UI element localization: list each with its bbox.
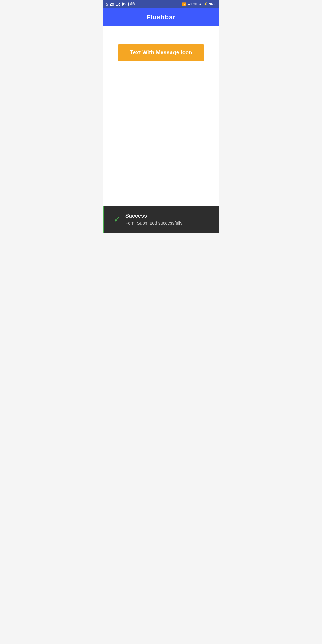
usb-icon: ⎇ <box>116 2 120 7</box>
signal-icon: ▲ <box>199 2 202 6</box>
status-time: 5:29 <box>106 2 114 7</box>
battery-percent: 96% <box>209 2 216 6</box>
status-left: 5:29 ⎇ Dh P <box>106 2 135 7</box>
flushbar-accent <box>103 206 104 233</box>
text-with-message-icon-button[interactable]: Text With Message Icon <box>118 44 204 61</box>
parking-icon: P <box>130 2 135 6</box>
flushbar-message: Form Submitted successfully <box>125 220 182 225</box>
battery-icon: ⚡ <box>203 2 208 6</box>
disney-icon: Dh <box>122 2 129 6</box>
wifi-calling-icon: 📶 <box>182 2 186 6</box>
status-bar: 5:29 ⎇ Dh P 📶 ▽ LTE ▲ ⚡ 96% <box>103 0 219 8</box>
status-right: 📶 ▽ LTE ▲ ⚡ 96% <box>182 2 216 6</box>
main-content: Text With Message Icon <box>103 26 219 212</box>
app-bar: Flushbar <box>103 8 219 26</box>
success-check-icon: ✓ <box>114 214 120 224</box>
lte-label: LTE <box>191 2 197 6</box>
wifi-icon: ▽ <box>188 2 190 6</box>
app-bar-title: Flushbar <box>147 13 176 21</box>
flushbar: ✓ Success Form Submitted successfully <box>103 206 219 233</box>
flushbar-title: Success <box>125 213 182 219</box>
flushbar-text-container: Success Form Submitted successfully <box>125 213 182 225</box>
